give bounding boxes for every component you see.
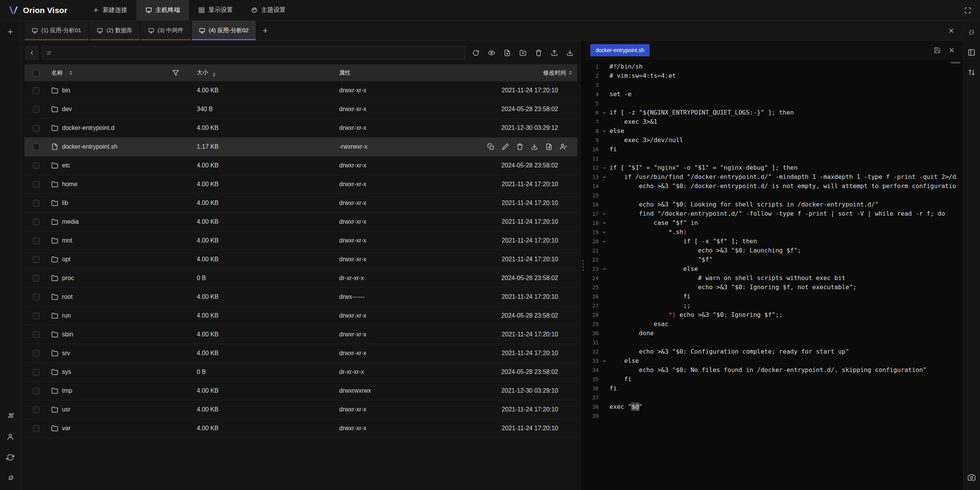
table-row[interactable]: dev 340 B drwxr-xr-x 2024-05-28 23:58:02 [24, 100, 577, 119]
fullscreen-button[interactable] [961, 3, 975, 17]
refresh-button[interactable] [469, 46, 482, 59]
close-tabs-button[interactable] [944, 24, 958, 38]
close-editor-button[interactable] [946, 44, 957, 56]
sort-order-button[interactable] [965, 66, 978, 79]
download-button[interactable] [564, 46, 577, 59]
table-row[interactable]: docker-entrypoint.sh 1.17 KB -rwxrwxr-x [24, 138, 577, 156]
path-input[interactable] [42, 46, 466, 60]
code-editor[interactable]: 1#!/bin/sh2# vim:sw=4:ts=4:et34set -e56i… [585, 60, 963, 490]
terminal-tab-1[interactable]: (1) 应用-分析01 [24, 21, 88, 40]
table-row[interactable]: proc 0 B dr-xr-xr-x 2024-05-28 23:58:02 [24, 269, 577, 288]
sort-modified-icon[interactable] [569, 70, 572, 75]
table-row[interactable]: tmp 4.00 KB drwxrwxrwx 2021-12-30 03:29:… [24, 382, 577, 400]
row-checkbox[interactable] [33, 200, 39, 206]
column-header-size[interactable]: 大小 [197, 69, 208, 75]
fold-chevron-icon[interactable] [602, 166, 607, 170]
editor-scrollbar-thumb[interactable] [951, 62, 960, 64]
shortcut-button[interactable]: ⌘ [4, 410, 17, 423]
table-row[interactable]: opt 4.00 KB drwxr-xr-x 2021-11-24 17:20:… [24, 250, 577, 269]
terminal-tab-2[interactable]: (2) 数据库 [90, 21, 140, 40]
row-checkbox[interactable] [33, 425, 39, 432]
menu-item-1[interactable]: 新建连接 [83, 0, 136, 20]
row-checkbox[interactable] [33, 219, 39, 225]
table-row[interactable]: sbin 4.00 KB drwxr-xr-x 2021-11-24 17:20… [24, 325, 577, 344]
code-text: #!/bin/sh [609, 62, 963, 71]
table-row[interactable]: home 4.00 KB drwxr-xr-x 2021-11-24 17:20… [24, 175, 577, 194]
table-row[interactable]: etc 4.00 KB drwxr-xr-x 2024-05-28 23:58:… [24, 156, 577, 175]
copy-button[interactable] [487, 143, 495, 151]
menu-item-2[interactable]: 主机终端 [136, 0, 189, 20]
table-row[interactable]: usr 4.00 KB drwxr-xr-x 2021-11-24 17:20:… [24, 400, 577, 419]
new-file-button[interactable] [501, 46, 514, 59]
table-row[interactable]: run 4.00 KB drwxr-xr-x 2024-05-28 23:58:… [24, 306, 577, 325]
sort-name-icon[interactable] [69, 70, 72, 75]
back-button[interactable] [25, 46, 38, 59]
move-button[interactable] [545, 143, 553, 151]
sort-size-icon[interactable] [212, 72, 216, 77]
user-button[interactable] [4, 430, 17, 443]
upload-button[interactable] [548, 46, 561, 59]
fold-chevron-icon[interactable] [602, 175, 607, 180]
edit-button[interactable] [501, 143, 509, 151]
editor-file-tab[interactable]: docker-entrypoint.sh [590, 44, 650, 56]
terminal-tab-3[interactable]: (3) 中间件 [141, 21, 191, 40]
variables-button[interactable]: {} [965, 26, 978, 39]
row-checkbox[interactable] [33, 275, 39, 282]
panel-splitter[interactable] [581, 41, 585, 490]
row-checkbox[interactable] [33, 181, 39, 188]
select-all-checkbox[interactable] [33, 70, 39, 76]
save-button[interactable] [931, 44, 943, 56]
table-row[interactable]: mnt 4.00 KB drwxr-xr-x 2021-11-24 17:20:… [24, 231, 577, 250]
delete-button[interactable] [516, 143, 524, 151]
table-row[interactable]: bin 4.00 KB drwxr-xr-x 2021-11-24 17:20:… [24, 81, 577, 100]
download-button[interactable] [531, 143, 538, 151]
row-checkbox[interactable] [33, 87, 39, 94]
table-row[interactable]: var 4.00 KB drwxr-xr-x 2021-11-24 17:20:… [24, 419, 577, 438]
permission-button[interactable] [560, 143, 567, 151]
code-text: echo >&3 "$0: Launching $f"; [609, 246, 963, 255]
row-checkbox[interactable] [33, 331, 39, 338]
row-checkbox[interactable] [33, 162, 39, 169]
settings-button[interactable]: ⚙ [4, 472, 17, 485]
terminal-tab-4[interactable]: (4) 应用-分析02 [192, 21, 256, 40]
row-checkbox[interactable] [33, 350, 39, 357]
row-checkbox[interactable] [33, 144, 39, 150]
fold-chevron-icon[interactable] [602, 110, 607, 115]
fold-chevron-icon[interactable] [602, 359, 607, 364]
table-row[interactable]: docker-entrypoint.d 4.00 KB drwxr-xr-x 2… [24, 119, 577, 138]
table-row[interactable]: root 4.00 KB drwx------ 2021-11-24 17:20… [24, 288, 577, 306]
table-row[interactable]: sys 0 B dr-xr-xr-x 2024-05-28 23:58:02 [24, 363, 577, 382]
row-checkbox[interactable] [33, 294, 39, 300]
fold-chevron-icon[interactable] [602, 211, 607, 216]
fold-chevron-icon[interactable] [602, 267, 607, 272]
column-header-modified[interactable]: 修改时间 [543, 69, 566, 77]
code-text: # vim:sw=4:ts=4:et [609, 71, 963, 80]
show-hidden-button[interactable] [485, 46, 498, 59]
fold-chevron-icon[interactable] [602, 230, 607, 235]
menu-item-3[interactable]: 显示设置 [189, 0, 242, 20]
row-checkbox[interactable] [33, 406, 39, 413]
menu-item-4[interactable]: 主题设置 [242, 0, 295, 20]
column-header-name[interactable]: 名称 [51, 69, 63, 77]
fold-chevron-icon[interactable] [602, 239, 607, 244]
table-row[interactable]: lib 4.00 KB drwxr-xr-x 2021-11-24 17:20:… [24, 194, 577, 213]
row-checkbox[interactable] [33, 256, 39, 263]
row-checkbox[interactable] [33, 106, 39, 113]
row-checkbox[interactable] [33, 313, 39, 319]
row-checkbox[interactable] [33, 369, 39, 375]
layout-button[interactable] [965, 46, 978, 59]
new-item-button[interactable] [4, 25, 17, 38]
filter-icon[interactable] [172, 69, 179, 76]
table-row[interactable]: media 4.00 KB drwxr-xr-x 2021-11-24 17:2… [24, 213, 577, 231]
delete-button[interactable] [532, 46, 545, 59]
row-checkbox[interactable] [33, 238, 39, 244]
screenshot-button[interactable] [965, 471, 978, 484]
fold-chevron-icon[interactable] [602, 221, 607, 226]
table-row[interactable]: srv 4.00 KB drwxr-xr-x 2021-11-24 17:20:… [24, 344, 577, 363]
fold-chevron-icon[interactable] [602, 129, 607, 134]
sync-button[interactable] [4, 451, 17, 464]
row-checkbox[interactable] [33, 125, 39, 131]
row-checkbox[interactable] [33, 388, 39, 394]
new-folder-button[interactable] [516, 46, 529, 59]
add-tab-button[interactable] [258, 24, 272, 38]
